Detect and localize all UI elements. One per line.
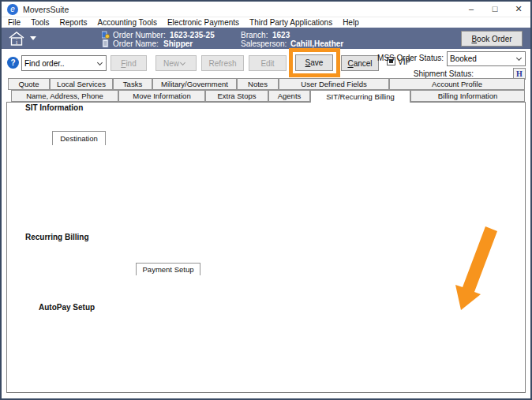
help-icon[interactable]: ?: [7, 57, 19, 69]
title-bar: e MoversSuite – □ ✕: [2, 2, 530, 17]
chevron-down-icon: [180, 59, 185, 65]
save-button[interactable]: Save: [295, 54, 333, 71]
tab-tasks[interactable]: Tasks: [113, 78, 152, 90]
menu-accounting-tools[interactable]: Accounting Tools: [98, 18, 157, 27]
menu-bar: File Tools Reports Accounting Tools Elec…: [2, 17, 530, 28]
menu-electronic-payments[interactable]: Electronic Payments: [167, 18, 239, 27]
branch-label: Branch:: [241, 31, 268, 39]
tab-user-defined-fields[interactable]: User Defined Fields: [279, 78, 389, 90]
new-button[interactable]: New: [155, 55, 197, 71]
order-name-value: Shipper: [163, 39, 193, 48]
home-menu-caret-icon: [30, 36, 36, 40]
salesperson-label: Salesperson:: [241, 39, 287, 48]
sit-information-title: SIT Information: [23, 103, 85, 112]
sit-recurring-billing-panel: [6, 102, 526, 393]
tab-quote[interactable]: Quote: [8, 78, 50, 90]
mss-order-status-label: MSS Order Status:: [365, 54, 444, 62]
menu-tools[interactable]: Tools: [31, 18, 49, 27]
maximize-button[interactable]: □: [483, 2, 507, 17]
chevron-down-icon: [97, 59, 103, 65]
minimize-button[interactable]: –: [459, 2, 483, 17]
home-icon: i: [6, 30, 27, 47]
tab-sit-destination[interactable]: Destination: [52, 131, 106, 145]
refresh-button[interactable]: Refresh: [201, 55, 244, 71]
window-title: MoversSuite: [23, 5, 69, 14]
salesperson-value: Cahill,Heather: [290, 39, 343, 48]
shipment-status-label: Shipment Status:: [371, 69, 474, 78]
order-number-value: 1623-235-25: [170, 31, 215, 39]
order-info-bar: i Order Number: 1623-235-25 Order Name: …: [2, 28, 530, 49]
tab-military-government[interactable]: Military/Government: [152, 78, 237, 90]
book-order-button[interactable]: Book Order: [461, 31, 523, 47]
chevron-down-icon: [516, 55, 522, 61]
tab-extra-stops[interactable]: Extra Stops: [205, 90, 268, 102]
mss-order-status-dropdown[interactable]: Booked: [447, 51, 526, 66]
tab-local-services[interactable]: Local Services: [50, 78, 113, 90]
menu-third-party-applications[interactable]: Third Party Applications: [249, 18, 332, 27]
branch-value: 1623: [272, 31, 290, 39]
autopay-setup-title: AutoPay Setup: [36, 303, 97, 312]
find-order-combobox[interactable]: Find order..: [21, 55, 107, 71]
close-button[interactable]: ✕: [507, 2, 530, 17]
tab-account-profile[interactable]: Account Profile: [389, 78, 525, 90]
edit-button[interactable]: Edit: [249, 55, 287, 71]
tab-agents[interactable]: Agents: [268, 90, 310, 102]
recurring-billing-title: Recurring Billing: [23, 233, 92, 241]
menu-reports[interactable]: Reports: [59, 18, 87, 27]
order-number-icon: [102, 31, 110, 39]
moverssuite-window: e MoversSuite – □ ✕ File Tools Reports A…: [0, 0, 532, 400]
menu-help[interactable]: Help: [343, 18, 359, 27]
menu-file[interactable]: File: [8, 18, 21, 27]
tab-move-information[interactable]: Move Information: [118, 90, 205, 102]
tab-sit-recurring-billing[interactable]: SIT/Recurring Billing: [310, 90, 410, 103]
tab-payment-setup[interactable]: Payment Setup: [136, 263, 200, 275]
order-name-label: Order Name:: [113, 39, 159, 48]
tab-billing-information[interactable]: Billing Information: [410, 90, 525, 102]
tab-notes[interactable]: Notes: [237, 78, 279, 90]
tab-name-address-phone[interactable]: Name, Address, Phone: [11, 90, 118, 102]
order-number-label: Order Number:: [113, 31, 166, 39]
find-button[interactable]: Find: [111, 55, 147, 71]
home-menu-button[interactable]: i: [6, 29, 41, 47]
order-name-icon: [102, 39, 110, 47]
svg-text:i: i: [16, 39, 18, 46]
app-icon: e: [7, 4, 18, 15]
